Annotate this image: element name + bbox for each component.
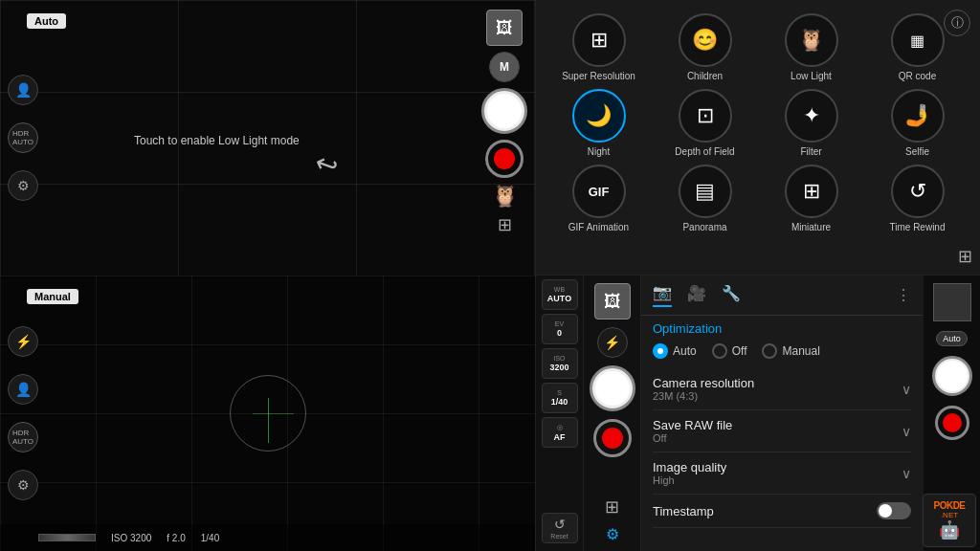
record-button-bottom[interactable] xyxy=(593,419,632,457)
radio-manual-label: Manual xyxy=(782,344,819,358)
mode-circle-children: 😊 xyxy=(679,13,732,67)
shutter-value: 1/40 xyxy=(551,397,568,407)
reset-btn[interactable]: ↺ Reset xyxy=(542,513,578,543)
status-bar: ISO 3200 f 2.0 1/40 xyxy=(0,524,535,551)
tab-tools[interactable]: 🔧 xyxy=(722,284,741,306)
settings-bottom-icon[interactable]: ⚙ xyxy=(8,470,38,500)
save-raw-row[interactable]: Save RAW file Off ∨ xyxy=(653,410,911,452)
timestamp-row[interactable]: Timestamp xyxy=(653,495,911,528)
capture-far-right[interactable] xyxy=(932,356,972,396)
mode-label-selfie: Selfie xyxy=(905,146,929,157)
thumbnail-top[interactable]: 🖼 xyxy=(486,10,523,46)
settings-toggle-bottom[interactable]: ⚙ xyxy=(606,525,619,543)
manual-mode-btn[interactable]: M xyxy=(489,52,520,82)
save-raw-info: Save RAW file Off xyxy=(653,418,732,444)
af-control[interactable]: ◎ AF xyxy=(542,417,578,448)
mode-label-qr-code: QR code xyxy=(899,71,936,81)
mode-time-rewind[interactable]: ↺ Time Rewind xyxy=(868,165,967,232)
radio-off-label: Off xyxy=(732,344,747,358)
modes-grid: ⊞ Super Resolution 😊 Children 🦉 Low Ligh… xyxy=(546,10,970,236)
record-button-top[interactable] xyxy=(485,140,523,178)
flash-btn-bottom[interactable]: ⚡ xyxy=(597,327,628,358)
tab-video[interactable]: 🎥 xyxy=(687,284,706,306)
record-inner-far xyxy=(943,413,962,432)
radio-manual[interactable]: Manual xyxy=(762,343,819,359)
record-far-right[interactable] xyxy=(935,406,969,440)
ev-label: EV xyxy=(555,320,564,327)
camera-resolution-title: Camera resolution xyxy=(653,376,754,390)
hdr-icon[interactable]: HDRAUTO xyxy=(8,122,38,153)
mode-filter[interactable]: ✦ Filter xyxy=(762,89,860,157)
capture-button-bottom[interactable] xyxy=(590,365,635,411)
mode-circle-selfie: 🤳 xyxy=(891,89,945,143)
thumbnail-bottom[interactable]: 🖼 xyxy=(594,283,631,320)
mode-selfie[interactable]: 🤳 Selfie xyxy=(868,89,967,157)
capture-button-top[interactable] xyxy=(481,88,527,134)
mode-circle-filter: ✦ xyxy=(785,89,838,143)
mode-label-panorama: Panorama xyxy=(682,222,726,232)
far-right-panel: Auto POKDE .NET 🤖 xyxy=(923,276,980,551)
iso-control[interactable]: ISO 3200 xyxy=(542,348,578,379)
tab-more[interactable]: ⋮ xyxy=(896,286,911,304)
iso-display: ISO 3200 xyxy=(111,533,151,543)
image-quality-row[interactable]: Image quality High ∨ xyxy=(653,452,911,495)
record-inner xyxy=(494,148,515,169)
save-raw-value: Off xyxy=(653,432,732,444)
ruler-bar xyxy=(38,534,96,541)
info-button[interactable]: ⓘ xyxy=(944,10,970,36)
mode-panorama[interactable]: ▤ Panorama xyxy=(656,165,754,232)
auto-pill[interactable]: Auto xyxy=(936,331,968,346)
mode-gif[interactable]: GIF GIF Animation xyxy=(549,165,648,232)
pokde-logo: POKDE xyxy=(933,500,965,511)
hdr-icon-bottom[interactable]: HDRAUTO xyxy=(8,422,38,452)
timestamp-title: Timestamp xyxy=(653,504,714,518)
capture-inner xyxy=(487,94,522,128)
iso-label: ISO xyxy=(553,355,565,362)
mode-night[interactable]: 🌙 Night xyxy=(549,89,648,157)
mode-super-resolution[interactable]: ⊞ Super Resolution xyxy=(549,13,648,81)
save-raw-chevron: ∨ xyxy=(902,424,911,439)
mode-circle-panorama: ▤ xyxy=(679,165,732,218)
iso-value: 3200 xyxy=(549,363,568,372)
mode-label-children: Children xyxy=(687,71,723,81)
manual-badge: Manual xyxy=(27,289,78,304)
mode-miniature[interactable]: ⊞ Miniature xyxy=(762,165,860,232)
radio-auto[interactable]: Auto xyxy=(653,343,697,359)
viewfinder-bottom: Manual ⚡ 👤 HDRAUTO ⚙ ISO 3200 f 2.0 1/40 xyxy=(0,276,536,551)
grid-toggle-top[interactable]: ⊞ xyxy=(498,214,512,235)
mode-low-light[interactable]: 🦉 Low Light xyxy=(762,13,860,81)
owl-mode-icon[interactable]: 🦉 xyxy=(492,184,518,209)
mode-label-super-resolution: Super Resolution xyxy=(562,71,635,81)
radio-off[interactable]: Off xyxy=(712,343,747,359)
tab-camera[interactable]: 📷 xyxy=(653,283,672,307)
capture-inner-far xyxy=(937,361,968,391)
radio-auto-circle xyxy=(653,343,668,359)
grid-btn-modes-panel[interactable]: ⊞ xyxy=(958,246,972,267)
top-right-controls: 🖼 M 🦉 ⊞ xyxy=(481,10,527,235)
mode-depth-of-field[interactable]: ⊡ Depth of Field xyxy=(656,89,754,157)
mode-children[interactable]: 😊 Children xyxy=(656,13,754,81)
settings-panel: 📷 🎥 🔧 ⋮ Optimization Auto Off Manual xyxy=(641,276,923,551)
radio-auto-label: Auto xyxy=(673,344,697,358)
timestamp-toggle[interactable] xyxy=(877,502,911,519)
settings-top-icon[interactable]: ⚙ xyxy=(8,170,38,201)
settings-content: Optimization Auto Off Manual Camera xyxy=(641,316,923,551)
camera-resolution-chevron: ∨ xyxy=(902,382,911,397)
face-detection-icon[interactable]: 👤 xyxy=(8,75,38,105)
flash-icon-bottom[interactable]: ⚡ xyxy=(8,326,38,357)
mode-label-gif: GIF Animation xyxy=(568,222,629,232)
shutter-control[interactable]: S 1/40 xyxy=(542,383,578,413)
ev-control[interactable]: EV 0 xyxy=(542,314,578,344)
mode-label-miniature: Miniature xyxy=(791,222,831,232)
mode-label-dof: Depth of Field xyxy=(675,146,734,157)
mode-circle-gif: GIF xyxy=(572,165,626,218)
camera-resolution-row[interactable]: Camera resolution 23M (4:3) ∨ xyxy=(653,368,911,410)
face-icon-bottom[interactable]: 👤 xyxy=(8,374,38,405)
viewfinder-top: Auto 👤 HDRAUTO ⚙ Touch to enable Low Lig… xyxy=(0,0,536,276)
wb-control[interactable]: WB AUTO xyxy=(542,279,578,310)
af-icon: ◎ xyxy=(557,424,563,431)
ev-value: 0 xyxy=(557,328,562,338)
mode-circle-dof: ⊡ xyxy=(679,89,732,143)
exposure-ruler xyxy=(38,534,96,541)
grid-toggle-bottom[interactable]: ⊞ xyxy=(605,496,619,518)
